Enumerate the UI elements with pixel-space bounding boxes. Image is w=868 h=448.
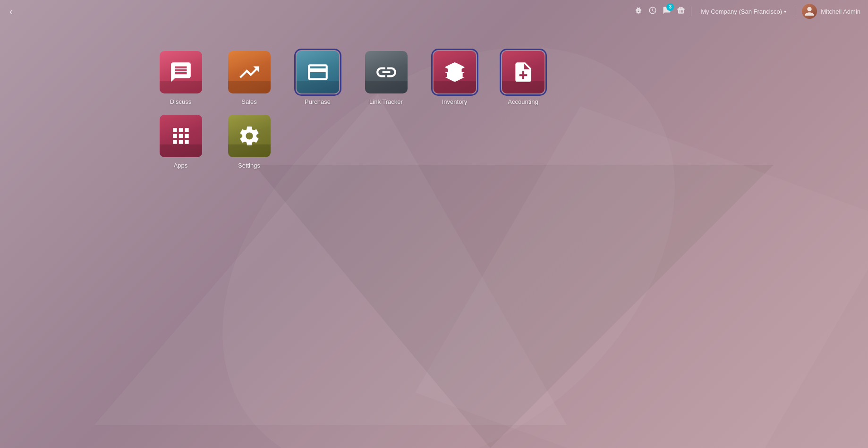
chat-icon[interactable]: 3 [663,6,671,17]
sales-icon [228,51,271,93]
sales-label: Sales [241,98,257,105]
second-row-container: Apps Settings [0,115,868,178]
clock-icon[interactable] [648,6,657,17]
inventory-label: Inventory [442,98,467,105]
topbar-divider-2 [796,7,796,16]
inventory-icon [434,51,476,93]
accounting-icon [502,51,545,93]
app-grid: Discuss Sales Purchase Link Tracker [0,23,868,124]
app-item-sales[interactable]: Sales [215,51,283,105]
app-item-apps[interactable]: Apps [146,115,215,169]
app-item-accounting[interactable]: Accounting [489,51,557,105]
apps-label: Apps [174,162,188,169]
chat-badge: 3 [666,3,674,11]
company-name: My Company (San Francisco) [701,8,782,15]
discuss-icon [160,51,202,93]
topbar-divider [691,7,691,16]
apps-icon [160,115,202,157]
avatar [802,4,817,19]
topbar: ‹ 3 My Company (San Francisco) [0,0,868,23]
purchase-label: Purchase [305,98,331,105]
topbar-icons: 3 My Company (San Francisco) ▾ Mitchell … [634,4,860,19]
accounting-label: Accounting [508,98,538,105]
user-info[interactable]: Mitchell Admin [802,4,860,19]
link-tracker-icon [365,51,408,93]
settings-label: Settings [238,162,260,169]
app-item-discuss[interactable]: Discuss [146,51,215,105]
settings-icon [228,115,271,157]
company-chevron: ▾ [784,9,786,14]
user-name: Mitchell Admin [821,8,860,15]
back-button-container: ‹ [6,5,17,18]
company-selector[interactable]: My Company (San Francisco) ▾ [697,6,790,17]
link-tracker-label: Link Tracker [369,98,403,105]
app-item-link-tracker[interactable]: Link Tracker [352,51,420,105]
bug-icon[interactable] [634,6,643,17]
app-item-settings[interactable]: Settings [215,115,283,169]
gift-icon[interactable] [677,6,685,17]
back-button[interactable]: ‹ [6,5,17,18]
purchase-icon [297,51,339,93]
app-item-inventory[interactable]: Inventory [420,51,489,105]
discuss-label: Discuss [170,98,192,105]
app-item-purchase[interactable]: Purchase [283,51,352,105]
